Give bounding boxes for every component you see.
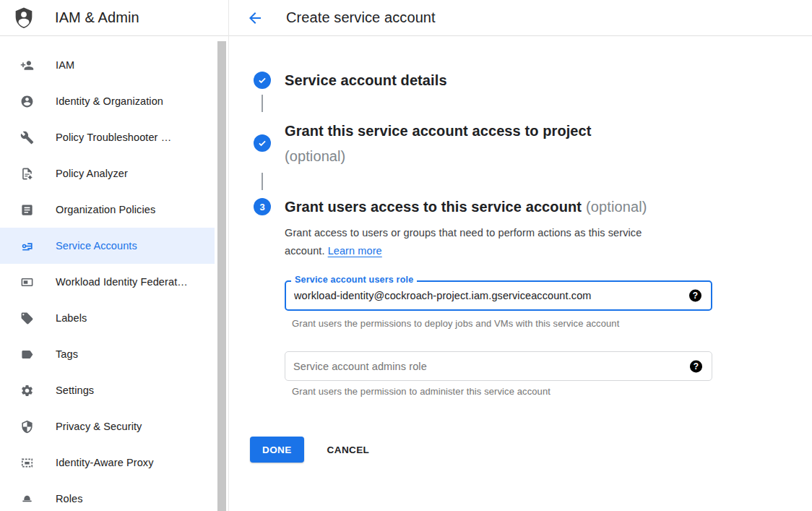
step3-description: Grant access to users or groups that nee… bbox=[285, 224, 686, 260]
wrench-icon bbox=[20, 130, 34, 145]
users-role-helper-text: Grant users the permissions to deploy jo… bbox=[292, 318, 619, 329]
sidebar-item-service-accounts[interactable]: Service Accounts bbox=[0, 228, 215, 264]
sidebar-item-workload-identity-federat[interactable]: Workload Identity Federat… bbox=[0, 264, 215, 300]
users-role-input[interactable] bbox=[286, 282, 672, 309]
sidebar-item-organization-policies[interactable]: Organization Policies bbox=[0, 192, 215, 228]
sidebar-item-label: Organization Policies bbox=[56, 204, 155, 215]
step3-optional-label: (optional) bbox=[586, 199, 647, 215]
iam-admin-shield-icon bbox=[11, 5, 37, 31]
sidebar-item-label: Service Accounts bbox=[56, 240, 137, 252]
sidebar-item-privacy-security[interactable]: Privacy & Security bbox=[0, 408, 215, 445]
step1-completed-check-icon bbox=[254, 72, 271, 89]
proxy-frame-icon bbox=[20, 455, 34, 470]
sidebar-item-labels[interactable]: Labels bbox=[0, 300, 215, 336]
step1-title: Service account details bbox=[285, 70, 447, 90]
shield-icon bbox=[20, 419, 34, 434]
back-arrow-icon[interactable] bbox=[246, 9, 264, 27]
product-title: IAM & Admin bbox=[55, 9, 139, 26]
sidebar-item-label: Identity-Aware Proxy bbox=[56, 457, 154, 468]
article-icon bbox=[20, 202, 34, 217]
person-add-icon bbox=[20, 58, 34, 72]
sidebar-item-label: Policy Analyzer bbox=[56, 168, 128, 179]
users-role-field-label: Service account users role bbox=[291, 275, 417, 285]
main-content: Create service account Service account d… bbox=[229, 0, 812, 511]
service-account-users-role-field: Service account users role bbox=[285, 280, 712, 311]
cancel-button[interactable]: CANCEL bbox=[321, 437, 376, 463]
admins-role-helper-text: Grant users the permission to administer… bbox=[292, 386, 550, 397]
create-service-account-wizard: Service account details Grant this servi… bbox=[229, 36, 812, 511]
service-account-admins-role-field bbox=[285, 351, 712, 381]
sidebar-item-roles[interactable]: Roles bbox=[0, 481, 215, 511]
sidebar-item-label: Labels bbox=[56, 312, 87, 324]
sidebar-scrollbar-thumb[interactable] bbox=[217, 41, 226, 511]
sidebar-item-identity-aware-proxy[interactable]: Identity-Aware Proxy bbox=[0, 445, 215, 481]
step-connector bbox=[262, 95, 263, 112]
document-gear-icon bbox=[20, 166, 34, 181]
sidebar-item-policy-troubleshooter[interactable]: Policy Troubleshooter … bbox=[0, 119, 215, 155]
help-icon[interactable] bbox=[689, 290, 701, 302]
sidebar-item-label: Roles bbox=[56, 493, 83, 504]
step2-completed-check-icon bbox=[254, 134, 271, 152]
page-title: Create service account bbox=[286, 9, 436, 26]
sidebar-item-settings[interactable]: Settings bbox=[0, 372, 215, 408]
account-circle-icon bbox=[20, 94, 34, 108]
step2-title-text: Grant this service account access to pro… bbox=[285, 119, 592, 144]
gear-icon bbox=[20, 383, 34, 398]
sidebar-header: IAM & Admin bbox=[0, 0, 228, 36]
step3-number: 3 bbox=[259, 202, 264, 212]
sidebar-item-tags[interactable]: Tags bbox=[0, 336, 215, 372]
service-account-key-icon bbox=[20, 239, 34, 253]
sidebar-item-label: IAM bbox=[56, 59, 74, 71]
help-icon[interactable] bbox=[690, 360, 702, 372]
sidebar-item-label: Identity & Organization bbox=[56, 95, 163, 107]
sidebar-scrollbar-track bbox=[217, 36, 227, 511]
sidebar-item-label: Policy Troubleshooter … bbox=[56, 132, 171, 143]
wizard-actions: DONE CANCEL bbox=[250, 437, 375, 463]
step2-title: Grant this service account access to pro… bbox=[285, 119, 592, 169]
step-connector bbox=[262, 173, 263, 190]
hat-icon bbox=[20, 491, 34, 506]
step2-optional-label: (optional) bbox=[285, 144, 592, 169]
app-window: IAM & Admin IAMIdentity & OrganizationPo… bbox=[0, 0, 812, 511]
sidebar-item-identity-organization[interactable]: Identity & Organization bbox=[0, 83, 215, 119]
sidebar-nav: IAMIdentity & OrganizationPolicy Trouble… bbox=[0, 36, 215, 511]
step3-number-badge: 3 bbox=[254, 198, 271, 215]
sidebar-item-policy-analyzer[interactable]: Policy Analyzer bbox=[0, 155, 215, 192]
sidebar-item-label: Privacy & Security bbox=[56, 421, 142, 432]
learn-more-link[interactable]: Learn more bbox=[328, 245, 382, 257]
sidebar-item-label: Settings bbox=[56, 385, 94, 396]
sidebar-item-iam[interactable]: IAM bbox=[0, 47, 215, 83]
step3-title-text: Grant users access to this service accou… bbox=[285, 199, 582, 215]
sidebar: IAM & Admin IAMIdentity & OrganizationPo… bbox=[0, 0, 229, 511]
label-tag-icon bbox=[20, 311, 34, 325]
page-header: Create service account bbox=[229, 0, 812, 36]
admins-role-input[interactable] bbox=[285, 352, 673, 380]
sidebar-item-label: Tags bbox=[56, 348, 78, 360]
done-button[interactable]: DONE bbox=[250, 437, 304, 463]
badge-card-icon bbox=[20, 275, 34, 289]
tag-arrow-icon bbox=[20, 347, 34, 361]
step3-title: Grant users access to this service accou… bbox=[285, 197, 647, 217]
sidebar-item-label: Workload Identity Federat… bbox=[56, 276, 188, 288]
